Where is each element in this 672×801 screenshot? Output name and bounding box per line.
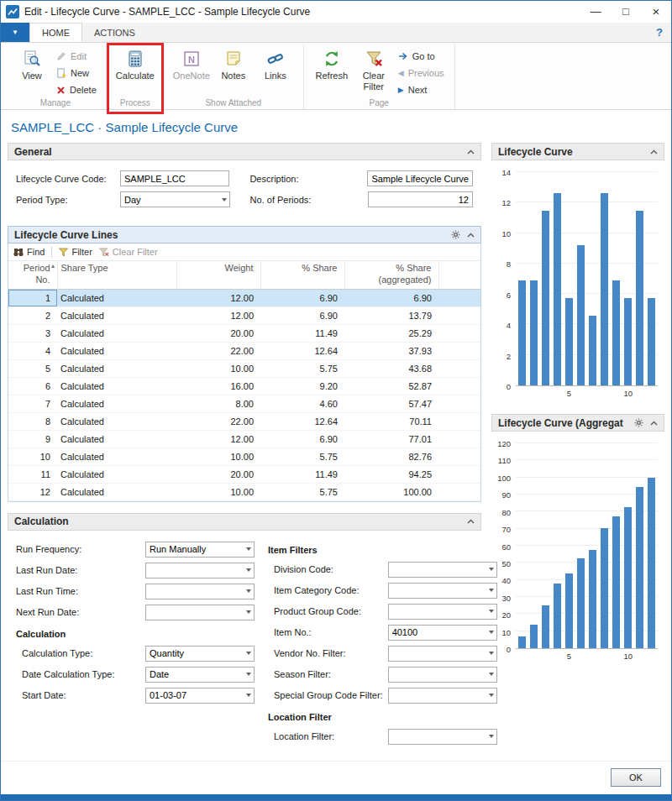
table-cell[interactable]: 57.47 [344,395,438,412]
table-cell[interactable] [438,359,480,377]
table-cell[interactable]: 4.60 [260,395,344,412]
gear-icon[interactable] [451,230,460,239]
dropdown-arrow-icon[interactable] [489,694,494,697]
table-cell[interactable]: Calculated [57,483,176,500]
gear-icon[interactable] [634,418,643,427]
table-cell[interactable] [438,342,480,359]
dropdown-arrow-icon[interactable] [246,589,251,593]
table-cell[interactable] [438,377,480,395]
division-code-input[interactable] [388,562,497,578]
table-cell[interactable] [438,289,480,306]
table-row[interactable]: 9Calculated12.006.9077.01 [8,430,480,448]
dropdown-arrow-icon[interactable] [489,673,494,676]
filter-button[interactable]: Filter [59,247,92,257]
clear-filter-button-ribbon[interactable]: Clear Filter [353,46,395,95]
table-cell[interactable]: 12.00 [176,306,260,324]
table-cell[interactable]: 16.00 [176,377,260,395]
table-cell[interactable]: Calculated [57,324,176,342]
previous-button[interactable]: ◀ Previous [395,66,448,80]
table-cell[interactable]: 25.29 [344,324,438,342]
maximize-button[interactable]: □ [611,1,641,22]
tab-actions[interactable]: ACTIONS [82,23,147,42]
lifecycle-curve-code-input[interactable]: SAMPLE_LCC [120,170,229,186]
table-cell[interactable]: 77.01 [344,430,438,448]
table-cell[interactable]: 6.90 [260,430,344,448]
dropdown-arrow-icon[interactable] [246,610,251,614]
table-cell[interactable]: 10.00 [176,483,260,500]
table-cell[interactable]: 8 [8,412,57,430]
table-cell[interactable]: Calculated [57,289,176,306]
table-cell[interactable]: Calculated [57,412,176,430]
table-cell[interactable] [438,306,480,324]
table-cell[interactable]: 12.64 [260,412,344,430]
table-cell[interactable]: 20.00 [176,465,260,483]
calculation-section-header[interactable]: Calculation [8,513,481,531]
table-cell[interactable]: 94.25 [344,465,438,483]
table-cell[interactable] [438,324,480,342]
dropdown-arrow-icon[interactable] [246,652,251,655]
table-cell[interactable] [438,395,480,412]
tab-home[interactable]: HOME [29,23,82,42]
table-cell[interactable]: 10 [8,448,57,465]
edit-button[interactable]: Edit [53,50,100,63]
special-group-code-filter-input[interactable] [388,688,497,704]
table-row[interactable]: 8Calculated22.0012.6470.11 [8,412,480,430]
table-cell[interactable]: 11.49 [260,324,344,342]
next-run-date-input[interactable] [145,605,255,620]
table-cell[interactable] [438,430,480,448]
refresh-button[interactable]: Refresh [311,46,353,85]
chart-part-header[interactable]: Lifecycle Curve (Aggregat [491,414,664,432]
table-cell[interactable]: 6.90 [260,306,344,324]
dropdown-arrow-icon[interactable] [489,735,494,738]
close-button[interactable]: × [641,1,671,22]
product-group-code-input[interactable] [388,604,497,620]
next-button[interactable]: ▶ Next [395,83,448,97]
table-cell[interactable]: 100.00 [344,483,438,500]
find-button[interactable]: Find [13,247,45,257]
table-row[interactable]: 10Calculated10.005.7582.76 [8,448,480,465]
item-category-code-input[interactable] [388,583,497,599]
links-button[interactable]: Links [255,46,297,85]
date-calculation-type-input[interactable]: Date [145,667,255,683]
start-date-input[interactable]: 01-03-07 [145,688,255,704]
table-cell[interactable]: 12 [8,483,57,500]
table-row[interactable]: 12Calculated10.005.75100.00 [8,483,480,500]
table-cell[interactable]: 22.00 [176,412,260,430]
collapse-chevron-icon[interactable] [650,149,658,154]
collapse-chevron-icon[interactable] [467,519,475,524]
calculation-type-input[interactable]: Quantity [145,646,255,662]
general-section-header[interactable]: General [8,143,481,160]
table-row[interactable]: 6Calculated16.009.2052.87 [8,377,480,395]
table-row[interactable]: 4Calculated22.0012.6437.93 [8,342,480,359]
minimize-button[interactable]: — [580,1,611,22]
help-icon[interactable]: ? [648,23,671,42]
dropdown-arrow-icon[interactable] [246,694,251,697]
calculate-button[interactable]: Calculate [114,46,156,85]
table-cell[interactable]: Calculated [57,448,176,465]
dropdown-arrow-icon[interactable] [246,673,251,676]
lines-section-header[interactable]: Lifecycle Curve Lines [8,226,481,243]
table-cell[interactable]: 7 [8,395,57,412]
dropdown-arrow-icon[interactable] [489,652,494,655]
table-cell[interactable] [438,483,480,500]
table-cell[interactable]: 9 [8,430,57,448]
run-frequency-input[interactable]: Run Manually [145,542,255,558]
table-row[interactable]: 2Calculated12.006.9013.79 [8,306,480,324]
column-header-share-type[interactable]: Share Type [57,261,176,289]
table-cell[interactable]: 43.68 [344,359,438,377]
table-cell[interactable]: 5.75 [260,483,344,500]
table-cell[interactable]: 10.00 [176,359,260,377]
season-filter-input[interactable] [388,667,497,683]
table-cell[interactable]: 3 [8,324,57,342]
collapse-chevron-icon[interactable] [467,149,475,154]
table-cell[interactable]: 22.00 [176,342,260,359]
table-cell[interactable]: Calculated [57,430,176,448]
table-cell[interactable]: 10.00 [176,448,260,465]
table-cell[interactable]: 13.79 [344,306,438,324]
ok-button[interactable]: OK [611,768,661,787]
notes-button[interactable]: Notes [213,46,255,85]
table-row[interactable]: 1Calculated12.006.906.90 [8,289,480,306]
table-cell[interactable]: Calculated [57,359,176,377]
table-cell[interactable]: 12.64 [260,342,344,359]
dropdown-arrow-icon[interactable] [222,198,227,202]
